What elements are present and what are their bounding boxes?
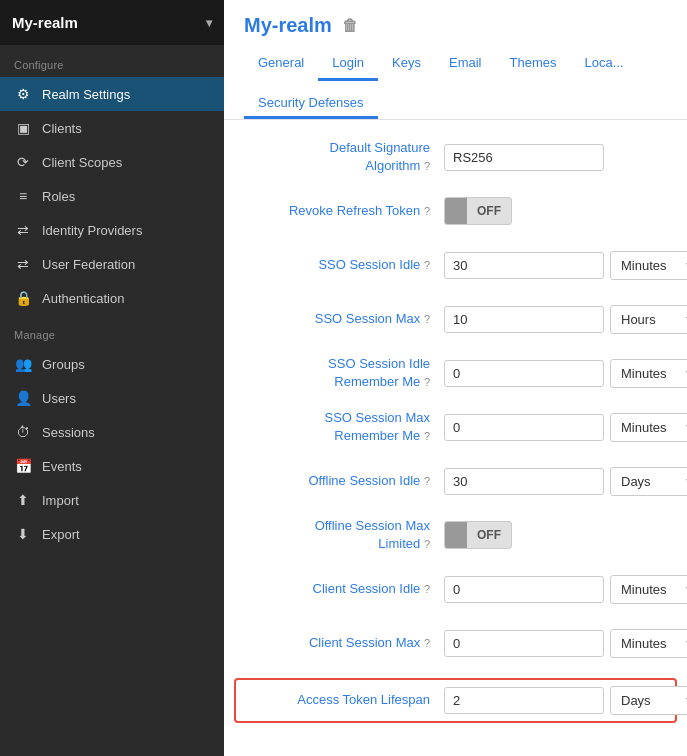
label-sso-session-idle-remember-me: SSO Session IdleRemember Me ?: [244, 355, 444, 391]
realm-selector[interactable]: My-realm ▾: [0, 0, 224, 45]
input-access-token-lifespan[interactable]: [444, 687, 604, 714]
sidebar-label-roles: Roles: [42, 189, 75, 204]
roles-icon: ≡: [14, 188, 32, 204]
sidebar-configure-section: Configure ⚙ Realm Settings ▣ Clients ⟳ C…: [0, 45, 224, 315]
users-icon: 👤: [14, 390, 32, 406]
control-group-sso-max: Minutes Hours Days: [444, 305, 687, 334]
sidebar-item-client-scopes[interactable]: ⟳ Client Scopes: [0, 145, 224, 179]
main-content: My-realm 🗑 General Login Keys Email Them…: [224, 0, 687, 756]
field-default-signature-algorithm: Default SignatureAlgorithm ?: [244, 138, 667, 176]
input-sso-session-max[interactable]: [444, 306, 604, 333]
help-icon-sso-idle-remember[interactable]: ?: [424, 376, 430, 388]
toggle-label-revoke: OFF: [467, 204, 511, 218]
control-group-signature: [444, 144, 667, 171]
sidebar: My-realm ▾ Configure ⚙ Realm Settings ▣ …: [0, 0, 224, 756]
subtab-security-defenses[interactable]: Security Defenses: [244, 89, 378, 119]
help-icon-offline-idle[interactable]: ?: [424, 475, 430, 487]
toggle-offline-session-max-limited[interactable]: OFF: [444, 521, 512, 549]
input-offline-session-idle[interactable]: [444, 468, 604, 495]
tab-email[interactable]: Email: [435, 47, 496, 81]
select-sso-session-idle[interactable]: Minutes Hours Days: [610, 251, 687, 280]
sidebar-item-roles[interactable]: ≡ Roles: [0, 179, 224, 213]
select-sso-session-idle-remember-me[interactable]: Minutes Hours Days: [610, 359, 687, 388]
tab-general[interactable]: General: [244, 47, 318, 81]
select-access-token-lifespan[interactable]: Minutes Hours Days: [610, 686, 687, 715]
control-group-access-token: Minutes Hours Days: [444, 686, 687, 715]
manage-label: Manage: [0, 315, 224, 347]
sidebar-label-users: Users: [42, 391, 76, 406]
field-sso-session-max-remember-me: SSO Session MaxRemember Me ? Minutes Hou…: [244, 408, 667, 446]
realm-title-bar: My-realm 🗑: [244, 14, 667, 37]
help-icon-client-max[interactable]: ?: [424, 637, 430, 649]
input-client-session-idle[interactable]: [444, 576, 604, 603]
label-sso-session-max-remember-me: SSO Session MaxRemember Me ?: [244, 409, 444, 445]
tab-login[interactable]: Login: [318, 47, 378, 81]
tab-themes[interactable]: Themes: [495, 47, 570, 81]
toggle-label-offline: OFF: [467, 528, 511, 542]
groups-icon: 👥: [14, 356, 32, 372]
field-client-session-max: Client Session Max ? Minutes Hours Days: [244, 624, 667, 662]
help-icon-signature[interactable]: ?: [424, 160, 430, 172]
help-icon-sso-max[interactable]: ?: [424, 313, 430, 325]
sidebar-item-events[interactable]: 📅 Events: [0, 449, 224, 483]
sidebar-item-users[interactable]: 👤 Users: [0, 381, 224, 415]
field-client-session-idle: Client Session Idle ? Minutes Hours Days: [244, 570, 667, 608]
delete-realm-icon[interactable]: 🗑: [342, 17, 358, 35]
sidebar-label-authentication: Authentication: [42, 291, 124, 306]
field-sso-session-idle-remember-me: SSO Session IdleRemember Me ? Minutes Ho…: [244, 354, 667, 392]
sidebar-label-clients: Clients: [42, 121, 82, 136]
label-revoke-refresh-token: Revoke Refresh Token ?: [244, 202, 444, 220]
sidebar-item-authentication[interactable]: 🔒 Authentication: [0, 281, 224, 315]
select-client-session-idle[interactable]: Minutes Hours Days: [610, 575, 687, 604]
field-sso-session-idle: SSO Session Idle ? Minutes Hours Days: [244, 246, 667, 284]
control-group-sso-idle-remember: Minutes Hours Days: [444, 359, 687, 388]
sidebar-item-groups[interactable]: 👥 Groups: [0, 347, 224, 381]
select-client-session-max[interactable]: Minutes Hours Days: [610, 629, 687, 658]
input-default-signature-algorithm[interactable]: [444, 144, 604, 171]
sidebar-manage-section: Manage 👥 Groups 👤 Users ⏱ Sessions 📅 Eve…: [0, 315, 224, 551]
sidebar-item-realm-settings[interactable]: ⚙ Realm Settings: [0, 77, 224, 111]
sidebar-label-groups: Groups: [42, 357, 85, 372]
select-sso-session-max-remember-me[interactable]: Minutes Hours Days: [610, 413, 687, 442]
sidebar-label-client-scopes: Client Scopes: [42, 155, 122, 170]
sessions-icon: ⏱: [14, 424, 32, 440]
help-icon-revoke[interactable]: ?: [424, 205, 430, 217]
tab-keys[interactable]: Keys: [378, 47, 435, 81]
label-access-token-lifespan: Access Token Lifespan: [244, 691, 444, 709]
subtab-row: Security Defenses: [244, 85, 667, 119]
label-offline-session-max-limited: Offline Session MaxLimited ?: [244, 517, 444, 553]
label-offline-session-idle: Offline Session Idle ?: [244, 472, 444, 490]
control-group-revoke: OFF: [444, 197, 667, 225]
sidebar-label-identity-providers: Identity Providers: [42, 223, 142, 238]
input-sso-session-idle-remember-me[interactable]: [444, 360, 604, 387]
input-sso-session-idle[interactable]: [444, 252, 604, 279]
form-area: Default SignatureAlgorithm ? Revoke Refr…: [224, 120, 687, 756]
help-icon-offline-max[interactable]: ?: [424, 538, 430, 550]
select-sso-session-max[interactable]: Minutes Hours Days: [610, 305, 687, 334]
field-access-token-lifespan: Access Token Lifespan Minutes Hours Days: [234, 678, 677, 723]
help-icon-client-idle[interactable]: ?: [424, 583, 430, 595]
field-offline-session-max-limited: Offline Session MaxLimited ? OFF: [244, 516, 667, 554]
user-federation-icon: ⇄: [14, 256, 32, 272]
select-offline-session-idle[interactable]: Minutes Hours Days: [610, 467, 687, 496]
export-icon: ⬇: [14, 526, 32, 542]
sidebar-item-import[interactable]: ⬆ Import: [0, 483, 224, 517]
sidebar-item-sessions[interactable]: ⏱ Sessions: [0, 415, 224, 449]
sidebar-item-user-federation[interactable]: ⇄ User Federation: [0, 247, 224, 281]
configure-label: Configure: [0, 45, 224, 77]
help-icon-sso-idle[interactable]: ?: [424, 259, 430, 271]
input-sso-session-max-remember-me[interactable]: [444, 414, 604, 441]
tab-localization[interactable]: Loca...: [570, 47, 637, 81]
sidebar-label-import: Import: [42, 493, 79, 508]
identity-providers-icon: ⇄: [14, 222, 32, 238]
control-group-client-max: Minutes Hours Days: [444, 629, 687, 658]
sidebar-label-events: Events: [42, 459, 82, 474]
sidebar-item-identity-providers[interactable]: ⇄ Identity Providers: [0, 213, 224, 247]
sidebar-item-export[interactable]: ⬇ Export: [0, 517, 224, 551]
sidebar-item-clients[interactable]: ▣ Clients: [0, 111, 224, 145]
input-client-session-max[interactable]: [444, 630, 604, 657]
help-icon-sso-max-remember[interactable]: ?: [424, 430, 430, 442]
toggle-revoke-refresh-token[interactable]: OFF: [444, 197, 512, 225]
field-sso-session-max: SSO Session Max ? Minutes Hours Days: [244, 300, 667, 338]
page-title: My-realm: [244, 14, 332, 37]
